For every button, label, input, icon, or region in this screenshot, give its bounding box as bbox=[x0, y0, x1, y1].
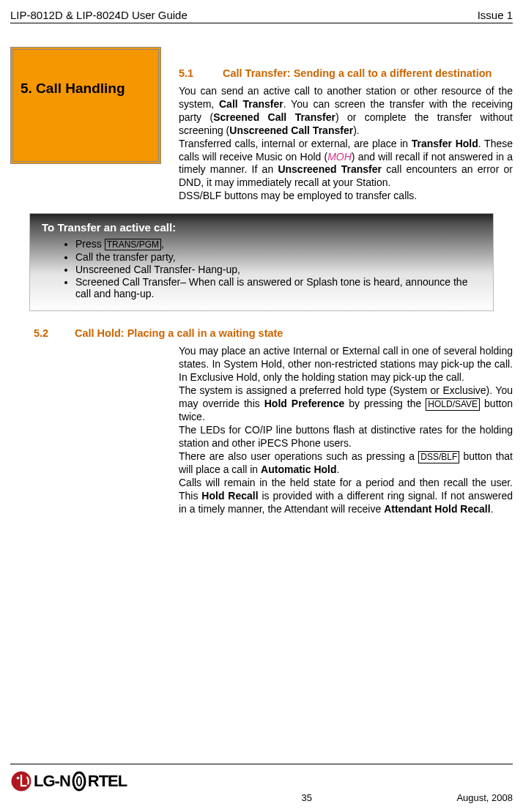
logo-text-nortel: RTEL bbox=[88, 772, 127, 791]
callout-transfer: To Transfer an active call: Press TRANS/… bbox=[29, 213, 494, 311]
para-52-c: The LEDs for CO/IP line buttons flash at… bbox=[179, 424, 513, 450]
section-title: 5. Call Handling bbox=[21, 81, 151, 97]
section-title-box: 5. Call Handling bbox=[10, 47, 161, 164]
header-left: LIP-8012D & LIP-8024D User Guide bbox=[10, 9, 188, 21]
para-52-e: Calls will remain in the held state for … bbox=[179, 477, 513, 516]
callout-list: Press TRANS/PGM, Call the transfer party… bbox=[75, 238, 481, 299]
section-51: 5.1 Call Transfer: Sending a call to a d… bbox=[179, 67, 513, 203]
para-52-b: The system is assigned a preferred hold … bbox=[179, 384, 513, 424]
header-right: Issue 1 bbox=[478, 9, 513, 21]
heading-text: Call Hold: Placing a call in a waiting s… bbox=[75, 327, 283, 339]
lg-globe-icon bbox=[10, 770, 32, 792]
heading-number: 5.1 bbox=[179, 67, 223, 79]
list-item: Unscreened Call Transfer- Hang-up, bbox=[75, 264, 481, 275]
keycap-trans-pgm: TRANS/PGM bbox=[105, 239, 161, 250]
footer-date: August, 2008 bbox=[456, 792, 513, 803]
para-51-c: DSS/BLF buttons may be employed to trans… bbox=[179, 190, 513, 203]
list-item: Call the transfer party, bbox=[75, 251, 481, 263]
page-footer: LG-N RTEL 35 August, 2008 bbox=[10, 764, 513, 803]
para-52-d: There are also user operations such as p… bbox=[179, 450, 513, 477]
section-52: You may place an active Internal or Exte… bbox=[179, 345, 513, 516]
keycap-dss-blf: DSS/BLF bbox=[418, 451, 459, 463]
logo-text-lg: LG-N bbox=[34, 772, 70, 791]
list-item: Screened Call Transfer– When call is ans… bbox=[75, 276, 481, 299]
heading-5-2: 5.2 Call Hold: Placing a call in a waiti… bbox=[34, 327, 513, 339]
page-header: LIP-8012D & LIP-8024D User Guide Issue 1 bbox=[10, 9, 513, 23]
page-number: 35 bbox=[157, 792, 456, 803]
para-52-a: You may place an active Internal or Exte… bbox=[179, 345, 513, 384]
list-item: Press TRANS/PGM, bbox=[75, 238, 481, 250]
para-51-b: Transferred calls, internal or external,… bbox=[179, 138, 513, 190]
heading-text: Call Transfer: Sending a call to a diffe… bbox=[223, 67, 492, 79]
callout-title: To Transfer an active call: bbox=[42, 221, 481, 234]
svg-point-1 bbox=[17, 777, 20, 780]
svg-point-2 bbox=[73, 772, 85, 790]
keycap-hold-save: HOLD/SAVE bbox=[426, 398, 480, 411]
heading-5-1: 5.1 Call Transfer: Sending a call to a d… bbox=[179, 67, 513, 79]
heading-number: 5.2 bbox=[34, 327, 75, 339]
lg-nortel-logo: LG-N RTEL bbox=[10, 770, 513, 792]
nortel-o-icon bbox=[72, 770, 86, 792]
svg-point-3 bbox=[77, 777, 81, 786]
para-51-a: You can send an active call to another s… bbox=[179, 85, 513, 138]
footer-row: 35 August, 2008 bbox=[10, 792, 513, 803]
